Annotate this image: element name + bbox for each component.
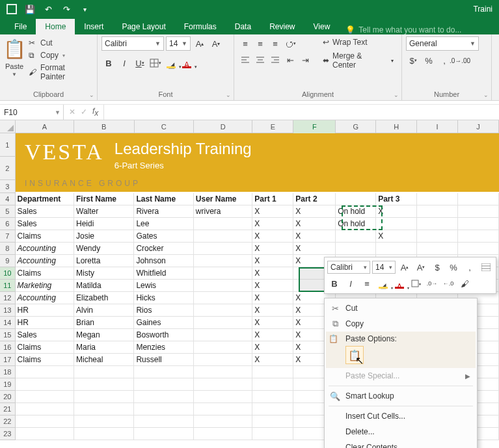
cell[interactable]: Gaines [134, 317, 193, 329]
cell[interactable] [74, 391, 134, 403]
tab-home[interactable]: Home [36, 19, 75, 34]
tab-review[interactable]: Review [260, 19, 304, 34]
cell[interactable] [134, 428, 193, 440]
cell[interactable] [74, 415, 134, 428]
copy-button[interactable]: ⧉Copy▾ [27, 50, 93, 60]
cell[interactable]: Menzies [134, 341, 193, 354]
cell[interactable]: On hold [336, 218, 376, 230]
mini-inc-decimal-icon[interactable]: .0→ [425, 276, 439, 291]
cell[interactable]: Claims [16, 341, 74, 354]
col-header-F[interactable]: F [293, 120, 336, 133]
cell[interactable]: Accounting [16, 255, 74, 267]
paste-button[interactable]: 📋 Paste ▼ [4, 36, 25, 90]
cell[interactable] [134, 415, 193, 428]
cell[interactable] [194, 354, 252, 366]
cell[interactable]: Brian [74, 317, 134, 329]
increase-indent-icon[interactable]: ⇥ [298, 53, 312, 67]
menu-insert-cut-cells[interactable]: Insert Cut Cells... [326, 408, 476, 424]
cell[interactable]: Claims [16, 230, 74, 243]
row-header[interactable]: 9 [0, 255, 16, 267]
mini-accounting-icon[interactable]: $ [430, 260, 444, 274]
cell[interactable] [417, 243, 458, 255]
cell[interactable]: Accounting [16, 292, 74, 304]
mini-dec-decimal-icon[interactable]: ←.0 [441, 276, 455, 291]
cell[interactable]: Heidi [74, 218, 134, 230]
merge-center-button[interactable]: ⬌Merge & Center▾ [319, 50, 398, 71]
column-header-cell[interactable]: First Name [74, 193, 134, 205]
cell[interactable] [194, 415, 252, 428]
font-size-combo[interactable]: 14▼ [166, 36, 191, 51]
column-header-cell[interactable]: Department [16, 193, 74, 205]
accounting-format-icon[interactable]: $▾ [406, 53, 420, 68]
column-header-cell[interactable]: User Name [194, 193, 252, 205]
align-middle-icon[interactable]: ≡ [253, 36, 267, 51]
col-header-D[interactable]: D [194, 120, 252, 133]
row-header[interactable]: 17 [0, 354, 16, 366]
mini-borders-button[interactable]: ▾ [409, 276, 423, 291]
row-header[interactable]: 13 [0, 304, 16, 317]
cell[interactable]: Sales [16, 329, 74, 341]
cell[interactable] [252, 378, 293, 391]
cell[interactable] [16, 378, 74, 391]
cell[interactable] [458, 230, 499, 243]
column-header-cell[interactable]: Part 3 [376, 193, 417, 205]
column-header-cell[interactable]: Part 1 [252, 193, 293, 205]
cell[interactable] [194, 403, 252, 415]
cell[interactable]: X [252, 304, 293, 317]
paste-option-default[interactable]: 📋 ↖ [345, 346, 364, 364]
cell[interactable] [376, 218, 417, 230]
cell[interactable]: X [293, 205, 336, 218]
cell[interactable] [252, 391, 293, 403]
cell[interactable]: Matilda [74, 280, 134, 292]
cell[interactable]: On hold [336, 205, 376, 218]
cell[interactable] [194, 366, 252, 378]
row-header[interactable]: 18 [0, 366, 16, 378]
col-header-E[interactable]: E [252, 120, 293, 133]
percent-format-icon[interactable]: % [422, 53, 436, 68]
cell[interactable] [417, 230, 458, 243]
italic-button[interactable]: I [117, 56, 131, 70]
mini-format-painter-icon[interactable]: 🖌 [457, 276, 472, 291]
cell[interactable] [376, 243, 417, 255]
cell[interactable]: X [252, 341, 293, 354]
cell[interactable]: Megan [74, 329, 134, 341]
number-format-combo[interactable]: General▼ [406, 36, 479, 51]
cell[interactable]: Accounting [16, 243, 74, 255]
wrap-text-button[interactable]: ↩Wrap Text [319, 36, 398, 48]
cell[interactable] [194, 317, 252, 329]
row-header[interactable]: 10 [0, 267, 16, 280]
align-right-icon[interactable] [268, 53, 282, 67]
tab-formulas[interactable]: Formulas [175, 19, 226, 34]
cell[interactable]: Maria [74, 341, 134, 354]
cut-button[interactable]: ✂Cut [27, 38, 93, 48]
cell[interactable] [252, 428, 293, 440]
mini-bold-button[interactable]: B [327, 276, 342, 291]
column-header-cell[interactable] [458, 193, 499, 205]
row-header[interactable]: 22 [0, 415, 16, 428]
col-header-G[interactable]: G [336, 120, 376, 133]
cell[interactable]: Josie [74, 230, 134, 243]
cell[interactable]: Hicks [134, 292, 193, 304]
menu-smart-lookup[interactable]: 🔍Smart Lookup [326, 388, 476, 404]
cell[interactable]: X [252, 243, 293, 255]
qat-customize-icon[interactable]: ▾ [77, 2, 92, 16]
col-header-I[interactable]: I [417, 120, 458, 133]
align-left-icon[interactable] [238, 53, 252, 67]
cell[interactable]: X [293, 218, 336, 230]
col-header-J[interactable]: J [458, 120, 499, 133]
cell[interactable] [194, 304, 252, 317]
fx-icon[interactable]: fx [92, 107, 98, 118]
cell[interactable] [194, 341, 252, 354]
mini-shrink-font-icon[interactable]: A▾ [414, 260, 428, 274]
align-top-icon[interactable]: ≡ [238, 36, 252, 51]
menu-delete[interactable]: Delete... [326, 424, 476, 440]
cell[interactable]: Sales [16, 218, 74, 230]
cell[interactable]: X [252, 218, 293, 230]
cell[interactable] [134, 378, 193, 391]
cell[interactable] [16, 428, 74, 440]
mini-format-icon[interactable] [479, 260, 493, 274]
cell[interactable] [16, 391, 74, 403]
col-header-H[interactable]: H [376, 120, 417, 133]
col-header-B[interactable]: B [74, 120, 134, 133]
cell[interactable] [134, 366, 193, 378]
